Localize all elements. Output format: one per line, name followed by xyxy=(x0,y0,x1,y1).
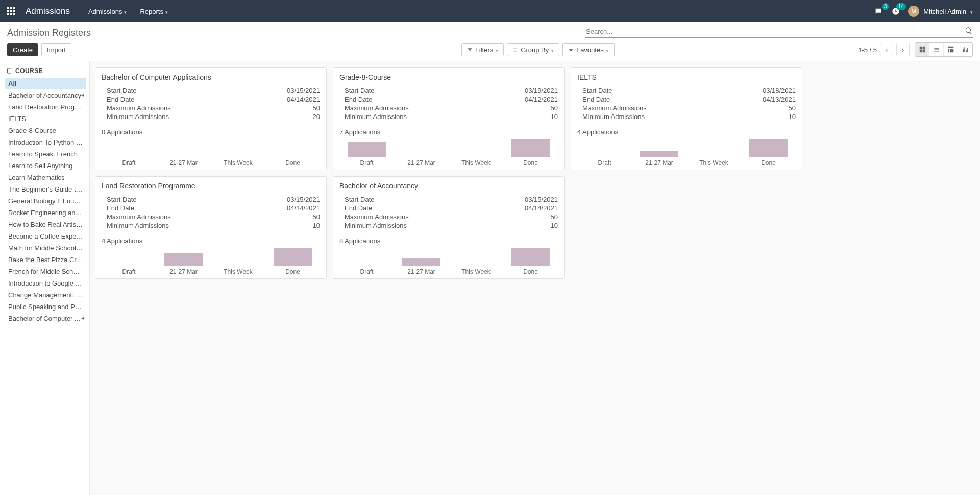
filter-icon xyxy=(467,47,473,53)
field-value: 50 xyxy=(551,104,558,112)
filters-dropdown[interactable]: Filters xyxy=(461,43,504,56)
sidebar-item[interactable]: French for Middle Schoolers xyxy=(5,266,86,277)
card-title: Grade-8-Course xyxy=(339,73,558,81)
chevron-down-icon xyxy=(496,46,498,54)
user-name: Mitchell Admin xyxy=(923,8,966,15)
activities-icon[interactable]: 14 xyxy=(891,6,901,16)
sidebar: COURSE AllBachelor of Accountancy◂Land R… xyxy=(0,61,90,495)
kanban-card[interactable]: Bachelor of AccountancyStart Date03/15/2… xyxy=(333,176,565,279)
sidebar-item[interactable]: Bachelor of Computer Ap…◂ xyxy=(5,313,86,324)
chart-label: This Week xyxy=(449,159,503,167)
chart-label: 21-27 Mar xyxy=(394,159,449,167)
kanban-card[interactable]: Land Restoration ProgrammeStart Date03/1… xyxy=(95,176,327,279)
sidebar-item[interactable]: Change Management: Real … xyxy=(5,289,86,301)
chart-label: Done xyxy=(503,268,558,275)
search-input[interactable] xyxy=(585,26,973,37)
nav-menu-admissions[interactable]: Admissions xyxy=(88,8,127,15)
sidebar-item[interactable]: Land Restoration Programme xyxy=(5,101,86,113)
sidebar-item[interactable]: The Beginner's Guide to Veg… xyxy=(5,183,86,195)
mini-bar-chart xyxy=(102,139,320,157)
sidebar-item[interactable]: IELTS xyxy=(5,113,86,125)
pager-next[interactable]: › xyxy=(896,43,910,56)
sidebar-item[interactable]: Math for Middle Schoolers: S… xyxy=(5,242,86,254)
sidebar-item[interactable]: Bake the Best Pizza Crust xyxy=(5,254,86,266)
list-icon xyxy=(512,47,518,53)
chart-bar xyxy=(511,248,550,266)
view-list[interactable] xyxy=(929,43,944,56)
chart-label: Done xyxy=(741,159,796,167)
view-switcher xyxy=(915,42,973,57)
sidebar-item[interactable]: Introduction To Python Progr… xyxy=(5,136,86,148)
favorites-dropdown[interactable]: Favorites xyxy=(562,43,614,56)
card-field-max: Maximum Admissions50 xyxy=(339,213,558,221)
sidebar-item[interactable]: Grade-8-Course xyxy=(5,125,86,136)
card-field-end: End Date04/14/2021 xyxy=(102,204,320,213)
sidebar-item[interactable]: Learn Mathematics xyxy=(5,172,86,183)
sidebar-item[interactable]: General Biology I: Foundatio… xyxy=(5,195,86,207)
create-button[interactable]: Create xyxy=(7,43,38,56)
nav-menu-reports[interactable]: Reports xyxy=(140,8,168,15)
user-menu[interactable]: M Mitchell Admin xyxy=(908,6,973,17)
field-value: 03/15/2021 xyxy=(525,196,558,203)
sidebar-item[interactable]: Rocket Engineering and Inte… xyxy=(5,207,86,219)
kanban-card[interactable]: Grade-8-CourseStart Date03/19/2021End Da… xyxy=(333,67,565,170)
sidebar-item[interactable]: All xyxy=(5,78,86,89)
card-field-min: Minimum Admissions10 xyxy=(339,221,558,230)
field-value: 20 xyxy=(313,113,320,121)
activities-badge: 14 xyxy=(896,3,906,10)
sidebar-item[interactable]: Learn to Speak: French xyxy=(5,148,86,160)
search-icon[interactable] xyxy=(965,27,973,36)
chevron-down-icon xyxy=(124,8,127,15)
apps-icon[interactable] xyxy=(7,7,16,16)
card-field-end: End Date04/12/2021 xyxy=(339,95,558,104)
chart-label: This Week xyxy=(211,159,265,167)
nav-menu-reports-label: Reports xyxy=(140,8,163,15)
chart-bar xyxy=(348,142,386,157)
chevron-left-icon: ◂ xyxy=(81,91,84,98)
field-label: Minimum Admissions xyxy=(102,222,169,229)
import-button[interactable]: Import xyxy=(41,43,71,56)
card-field-start: Start Date03/15/2021 xyxy=(339,195,558,204)
pager-prev[interactable]: ‹ xyxy=(880,43,893,56)
messages-badge: 3 xyxy=(882,3,889,10)
sidebar-item[interactable]: Become a Coffee Expert: Ho… xyxy=(5,230,86,242)
applications-count: 4 Applications xyxy=(577,128,796,136)
search-box[interactable] xyxy=(585,26,973,38)
pager: 1-5 / 5 ‹ › xyxy=(858,43,910,56)
board: Bachelor of Computer ApplicationsStart D… xyxy=(90,61,980,495)
sidebar-item[interactable]: How to Bake Real Artisan Br… xyxy=(5,219,86,230)
chart-label: 21-27 Mar xyxy=(156,268,211,275)
view-pivot[interactable] xyxy=(944,43,958,56)
field-value: 04/13/2021 xyxy=(763,96,796,103)
sidebar-item[interactable]: Learn to Sell Anything xyxy=(5,160,86,172)
field-label: End Date xyxy=(102,204,134,212)
kanban-card[interactable]: IELTSStart Date03/18/2021End Date04/13/2… xyxy=(571,67,802,170)
field-label: Start Date xyxy=(339,196,375,203)
card-field-end: End Date04/14/2021 xyxy=(102,95,320,104)
page-title: Admission Registers xyxy=(7,26,91,38)
kanban-card[interactable]: Bachelor of Computer ApplicationsStart D… xyxy=(95,67,327,170)
field-label: Minimum Admissions xyxy=(102,113,169,121)
applications-count: 0 Applications xyxy=(102,128,320,136)
chevron-down-icon xyxy=(970,8,973,15)
sidebar-item[interactable]: Public Speaking and Present… xyxy=(5,301,86,313)
field-label: Minimum Admissions xyxy=(577,113,645,121)
sidebar-heading: COURSE xyxy=(5,67,86,78)
card-field-min: Minimum Admissions20 xyxy=(102,112,320,121)
field-label: End Date xyxy=(102,96,134,103)
chart-label: 21-27 Mar xyxy=(632,159,687,167)
messages-icon[interactable]: 3 xyxy=(873,6,884,16)
field-value: 10 xyxy=(313,222,320,229)
groupby-dropdown[interactable]: Group By xyxy=(507,43,559,56)
main: COURSE AllBachelor of Accountancy◂Land R… xyxy=(0,61,980,495)
field-value: 10 xyxy=(551,222,558,229)
chart-label: Done xyxy=(265,268,320,275)
view-kanban[interactable] xyxy=(915,43,929,56)
card-field-min: Minimum Admissions10 xyxy=(102,221,320,230)
sidebar-item[interactable]: Introduction to Google Sheets xyxy=(5,277,86,289)
star-icon xyxy=(568,47,574,53)
sidebar-item[interactable]: Bachelor of Accountancy◂ xyxy=(5,89,86,101)
nav-menu-admissions-label: Admissions xyxy=(88,8,122,15)
view-chart[interactable] xyxy=(958,43,972,56)
card-field-start: Start Date03/18/2021 xyxy=(577,86,796,95)
